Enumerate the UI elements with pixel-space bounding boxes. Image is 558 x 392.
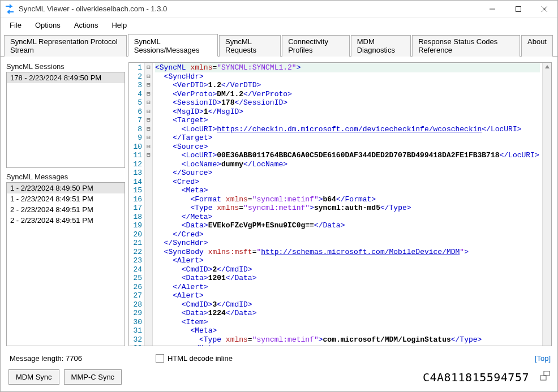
message-item[interactable]: 2 - 2/23/2024 8:49:51 PM	[7, 215, 125, 226]
app-icon	[5, 5, 14, 14]
session-item[interactable]: 178 - 2/23/2024 8:49:50 PM	[7, 72, 125, 83]
svg-rect-4	[544, 371, 550, 376]
titlebar: SyncML Viewer - oliverkieselbach.com - 1…	[1, 1, 557, 18]
tab-diagnostics[interactable]: MDM Diagnostics	[351, 35, 411, 57]
message-item[interactable]: 1 - 2/23/2024 8:49:51 PM	[7, 193, 125, 204]
html-decode-checkbox[interactable]	[156, 354, 164, 363]
network-icon	[539, 371, 551, 383]
mdm-sync-button[interactable]: MDM Sync	[8, 369, 59, 385]
menu-actions[interactable]: Actions	[68, 20, 104, 31]
code-body[interactable]: <SyncML xmlns="SYNCML:SYNCML1.2"> <SyncH…	[153, 63, 542, 346]
menu-help[interactable]: Help	[106, 20, 132, 31]
vertical-scrollbar[interactable]	[542, 63, 551, 346]
tab-protocol-stream[interactable]: SyncML Representation Protocol Stream	[4, 35, 127, 57]
main-content: SyncML Sessions 178 - 2/23/2024 8:49:50 …	[1, 57, 557, 352]
fold-gutter[interactable]: ⊟⊟⊟⊟⊟⊟⊟⊟⊟⊟⊟	[145, 63, 153, 346]
tab-about[interactable]: About	[521, 35, 553, 57]
menubar: File Options Actions Help	[1, 18, 557, 32]
close-button[interactable]	[531, 1, 557, 17]
messages-label: SyncML Messages	[6, 173, 125, 181]
status-row: Message length: 7706 HTML decode inline …	[1, 352, 557, 366]
message-item[interactable]: 2 - 2/23/2024 8:49:51 PM	[7, 204, 125, 215]
message-item[interactable]: 1 - 2/23/2024 8:49:50 PM	[7, 183, 125, 193]
message-length-label: Message length: 7706	[10, 354, 82, 363]
button-row: MDM Sync MMP-C Sync C4A811815594757	[1, 366, 557, 391]
svg-rect-5	[540, 376, 546, 380]
tab-connectivity[interactable]: Connectivity Profiles	[282, 35, 350, 57]
top-link[interactable]: [Top]	[535, 354, 551, 363]
tab-requests[interactable]: SyncML Requests	[219, 35, 281, 57]
device-id: C4A811815594757	[423, 371, 529, 384]
sessions-label: SyncML Sessions	[6, 62, 125, 71]
menu-file[interactable]: File	[4, 20, 27, 31]
line-gutter: 1234567891011121314151617181920212223242…	[129, 63, 145, 346]
minimize-button[interactable]	[479, 1, 505, 17]
menu-options[interactable]: Options	[29, 20, 66, 31]
code-viewer[interactable]: 1234567891011121314151617181920212223242…	[128, 62, 552, 346]
maximize-button[interactable]	[505, 1, 531, 17]
html-decode-label: HTML decode inline	[168, 354, 233, 363]
left-column: SyncML Sessions 178 - 2/23/2024 8:49:50 …	[6, 62, 125, 346]
mmpc-sync-button[interactable]: MMP-C Sync	[64, 369, 122, 385]
tabstrip: SyncML Representation Protocol Stream Sy…	[1, 32, 557, 57]
window-controls	[479, 1, 557, 17]
window-title: SyncML Viewer - oliverkieselbach.com - 1…	[19, 5, 479, 13]
tab-sessions-messages[interactable]: SyncML Sessions/Messages	[128, 34, 218, 57]
tab-status-codes[interactable]: Response Status Codes Reference	[412, 35, 520, 57]
messages-listbox[interactable]: 1 - 2/23/2024 8:49:50 PM 1 - 2/23/2024 8…	[6, 182, 125, 346]
sessions-listbox[interactable]: 178 - 2/23/2024 8:49:50 PM	[6, 72, 125, 168]
svg-rect-1	[516, 6, 521, 11]
